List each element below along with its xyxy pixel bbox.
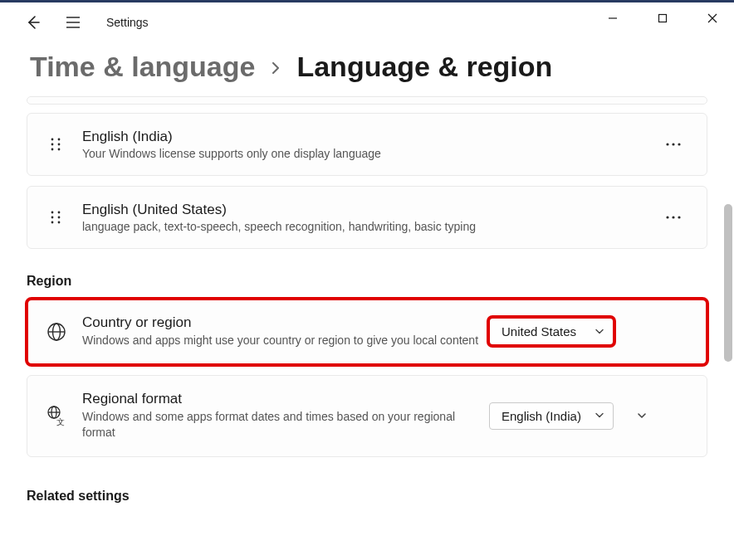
language-card[interactable]: English (India) Your Windows license sup… xyxy=(27,113,707,176)
language-card-text: English (United States) language pack, t… xyxy=(82,202,658,233)
regional-format-text: Regional format Windows and some apps fo… xyxy=(82,391,489,441)
svg-point-20 xyxy=(58,217,61,219)
expand-row-button[interactable] xyxy=(630,410,653,421)
language-name: English (India) xyxy=(82,129,658,145)
language-card[interactable]: English (United States) language pack, t… xyxy=(27,186,707,249)
section-heading-related: Related settings xyxy=(27,489,707,504)
card-stub xyxy=(27,96,707,105)
country-region-value: United States xyxy=(502,324,576,338)
regional-format-select[interactable]: English (India) xyxy=(489,402,614,430)
drag-handle-icon[interactable] xyxy=(46,207,66,227)
svg-point-24 xyxy=(672,216,674,218)
svg-point-19 xyxy=(51,217,54,219)
svg-point-10 xyxy=(51,144,54,146)
svg-point-9 xyxy=(58,139,61,141)
svg-point-22 xyxy=(58,222,61,224)
svg-point-23 xyxy=(666,216,668,218)
minimize-button[interactable] xyxy=(598,7,628,30)
close-button[interactable] xyxy=(697,7,727,30)
svg-point-12 xyxy=(51,149,54,151)
svg-point-18 xyxy=(58,212,61,214)
breadcrumb: Time & language Language & region xyxy=(0,42,734,91)
scrollbar-thumb[interactable] xyxy=(724,204,732,362)
section-heading-region: Region xyxy=(27,274,707,289)
svg-text:文: 文 xyxy=(56,417,65,426)
window-controls xyxy=(598,7,727,30)
language-globe-icon: 文 xyxy=(46,405,67,426)
app-title: Settings xyxy=(106,16,149,29)
regional-format-title: Regional format xyxy=(82,391,489,407)
maximize-button[interactable] xyxy=(648,7,678,30)
breadcrumb-parent[interactable]: Time & language xyxy=(30,51,255,83)
svg-point-16 xyxy=(678,143,680,145)
language-card-text: English (India) Your Windows license sup… xyxy=(82,129,658,160)
regional-format-desc: Windows and some apps format dates and t… xyxy=(82,409,489,441)
country-region-text: Country or region Windows and apps might… xyxy=(82,314,489,349)
svg-rect-1 xyxy=(659,15,667,22)
svg-point-13 xyxy=(58,149,61,151)
country-region-desc: Windows and apps might use your country … xyxy=(82,333,489,349)
more-options-button[interactable] xyxy=(658,129,688,159)
svg-point-25 xyxy=(678,216,680,218)
svg-point-21 xyxy=(51,222,54,224)
svg-point-11 xyxy=(58,144,61,146)
back-button[interactable] xyxy=(17,6,50,39)
chevron-down-icon xyxy=(595,409,604,423)
language-name: English (United States) xyxy=(82,202,658,218)
more-options-button[interactable] xyxy=(658,202,688,232)
language-desc: Your Windows license supports only one d… xyxy=(82,147,658,160)
country-region-select[interactable]: United States xyxy=(489,318,614,345)
svg-point-17 xyxy=(51,212,54,214)
breadcrumb-current: Language & region xyxy=(296,51,552,83)
regional-format-row[interactable]: 文 Regional format Windows and some apps … xyxy=(27,375,707,457)
svg-point-14 xyxy=(666,143,668,145)
language-desc: language pack, text-to-speech, speech re… xyxy=(82,220,658,233)
svg-point-8 xyxy=(51,139,54,141)
drag-handle-icon[interactable] xyxy=(46,134,66,154)
svg-point-15 xyxy=(672,143,674,145)
chevron-down-icon xyxy=(595,324,604,338)
hamburger-menu-button[interactable] xyxy=(56,6,90,39)
globe-icon xyxy=(46,321,67,343)
content-area: English (India) Your Windows license sup… xyxy=(0,96,734,504)
chevron-right-icon xyxy=(270,57,281,79)
regional-format-value: English (India) xyxy=(502,409,581,423)
country-region-title: Country or region xyxy=(82,314,489,331)
country-region-row[interactable]: Country or region Windows and apps might… xyxy=(27,299,707,365)
